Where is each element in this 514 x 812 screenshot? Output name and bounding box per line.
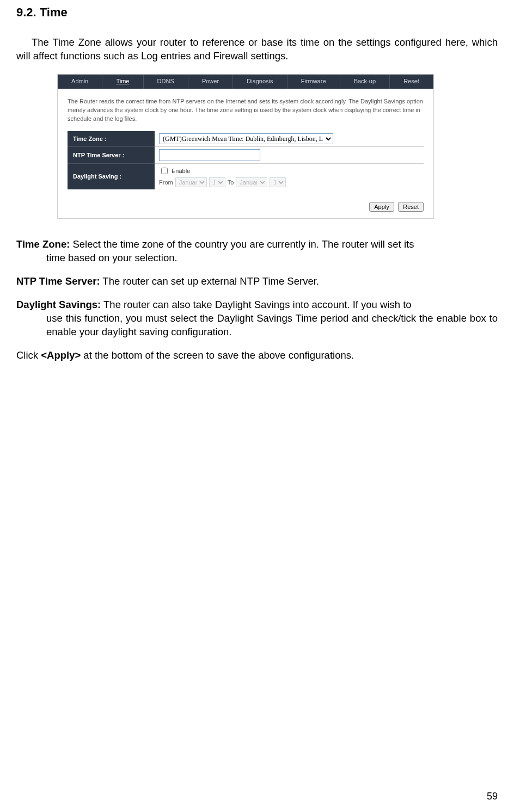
def-timezone: Time Zone: Select the time zone of the c…: [16, 238, 498, 265]
daylight-enable-text: Enable: [172, 168, 190, 174]
def-daylight-text-line1: The router can also take Daylight Saving…: [101, 299, 411, 310]
def-ntp-label: NTP Time Server:: [16, 275, 100, 287]
closing-apply: <Apply>: [41, 349, 81, 361]
reset-button[interactable]: Reset: [398, 202, 424, 212]
router-screenshot: Admin Time DDNS Power Diagnosis Firmware…: [57, 74, 434, 219]
def-ntp-text: The router can set up external NTP Time …: [100, 275, 319, 287]
def-timezone-text-rest: time based on your selection.: [16, 251, 498, 265]
page-number: 59: [487, 791, 498, 802]
timezone-label: Time Zone :: [68, 131, 155, 147]
daylight-enable-checkbox[interactable]: [161, 168, 168, 174]
tab-backup[interactable]: Back-up: [340, 75, 390, 89]
ntp-label: NTP Time Server :: [68, 146, 155, 163]
tab-diagnosis[interactable]: Diagnosis: [233, 75, 287, 89]
tab-time[interactable]: Time: [102, 75, 143, 89]
tab-firmware[interactable]: Firmware: [287, 75, 340, 89]
tab-reset[interactable]: Reset: [390, 75, 433, 89]
daylight-to-month-select[interactable]: January: [236, 177, 267, 187]
screenshot-description: The Router reads the correct time from N…: [68, 97, 424, 124]
apply-button[interactable]: Apply: [369, 202, 394, 212]
def-timezone-label: Time Zone:: [16, 238, 70, 250]
daylight-to-day-select[interactable]: 1: [270, 177, 286, 187]
daylight-from-day-select[interactable]: 1: [209, 177, 225, 187]
ntp-input[interactable]: [159, 149, 260, 161]
def-daylight-label: Daylight Savings:: [16, 299, 101, 310]
closing-post: at the bottom of the screen to save the …: [81, 349, 354, 361]
daylight-from-month-select[interactable]: January: [175, 177, 207, 187]
closing-paragraph: Click <Apply> at the bottom of the scree…: [16, 349, 498, 362]
intro-paragraph: The Time Zone allows your router to refe…: [16, 36, 498, 63]
tab-bar: Admin Time DDNS Power Diagnosis Firmware…: [58, 75, 433, 89]
def-daylight: Daylight Savings: The router can also ta…: [16, 298, 498, 339]
daylight-label: Daylight Saving :: [68, 163, 155, 189]
daylight-to-text: To: [228, 179, 234, 186]
daylight-from-text: From: [159, 179, 173, 186]
tab-power[interactable]: Power: [188, 75, 233, 89]
tab-admin[interactable]: Admin: [58, 75, 102, 89]
def-daylight-text-rest: use this function, you must select the D…: [16, 312, 498, 339]
timezone-select[interactable]: (GMT)Greenwich Mean Time: Dublin, Edinbu…: [159, 133, 333, 144]
settings-table: Time Zone : (GMT)Greenwich Mean Time: Du…: [68, 131, 424, 189]
tab-ddns[interactable]: DDNS: [144, 75, 188, 89]
section-heading: 9.2. Time: [16, 5, 498, 20]
def-ntp: NTP Time Server: The router can set up e…: [16, 275, 498, 288]
closing-pre: Click: [16, 349, 41, 361]
definitions-block: Time Zone: Select the time zone of the c…: [16, 238, 498, 362]
def-timezone-text-line1: Select the time zone of the country you …: [70, 238, 414, 250]
